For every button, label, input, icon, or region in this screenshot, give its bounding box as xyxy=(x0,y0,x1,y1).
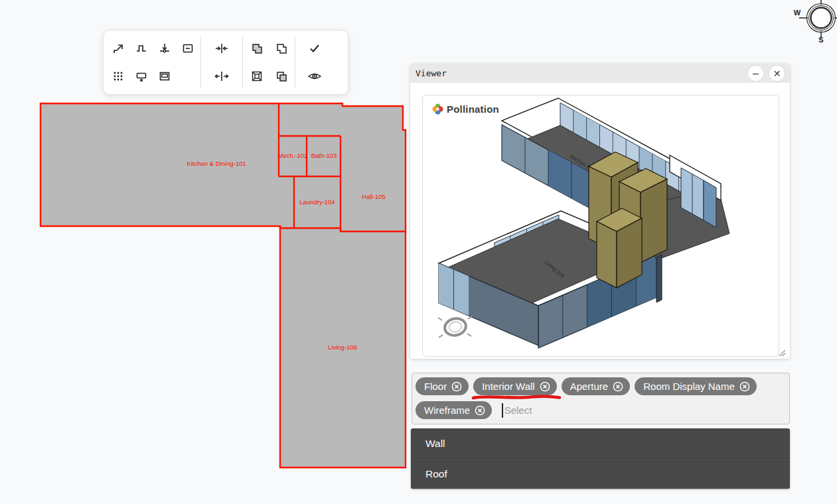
chip-floor[interactable]: Floor xyxy=(416,377,469,395)
window-frame-button[interactable] xyxy=(154,66,175,87)
compass-south-label: S xyxy=(818,36,823,44)
viewer-window: Viewer − ✕ Pollination xyxy=(410,64,790,359)
scene-compass-icon xyxy=(438,316,472,338)
union-outline-icon xyxy=(275,42,288,55)
snap-down-icon xyxy=(158,42,171,55)
pollination-logo-text: Pollination xyxy=(447,103,499,115)
chip-label: Interior Wall xyxy=(482,381,534,392)
viewer-3d-viewport[interactable]: Pollination xyxy=(422,95,779,357)
building-3d-scene: Kitchen & Dining-101 xyxy=(423,95,779,356)
step-line-icon xyxy=(135,42,148,55)
dot-grid-icon xyxy=(112,70,125,83)
toolbar-divider xyxy=(242,37,243,88)
text-caret xyxy=(502,403,503,418)
select-placeholder: Select xyxy=(504,405,532,416)
align-inward-button[interactable] xyxy=(211,38,232,59)
intersect-icon xyxy=(275,70,288,83)
chip-room-display-name[interactable]: Room Display Name xyxy=(635,377,757,395)
edit-toolbar xyxy=(103,30,348,95)
filter-select-input[interactable]: Select xyxy=(496,401,532,419)
layer-label: Roof xyxy=(425,468,447,480)
distribute-outward-button[interactable] xyxy=(211,66,232,87)
subtract-box-button[interactable] xyxy=(177,38,198,59)
layer-row-roof[interactable]: Roof xyxy=(411,458,790,489)
snap-down-button[interactable] xyxy=(154,38,175,59)
boolean-outline-button[interactable] xyxy=(271,38,292,59)
toolbar-divider xyxy=(295,37,295,88)
room-label-kitchen: Kitchen & Dining-101 xyxy=(187,160,246,167)
pollination-logo: Pollination xyxy=(432,103,499,115)
confirm-button[interactable] xyxy=(304,38,325,59)
merge-arrow-button[interactable] xyxy=(108,38,129,59)
viewer-titlebar[interactable]: Viewer − ✕ xyxy=(410,64,790,83)
frame-offset-icon xyxy=(250,70,264,83)
minimize-button[interactable]: − xyxy=(748,66,763,81)
close-button[interactable]: ✕ xyxy=(769,66,785,81)
window-frame-icon xyxy=(158,70,171,83)
room-label-hall: Hall-105 xyxy=(362,193,385,200)
union-filled-icon xyxy=(250,42,264,55)
chip-label: Room Display Name xyxy=(643,381,735,392)
dot-grid-button[interactable] xyxy=(108,66,129,87)
chip-remove-icon[interactable] xyxy=(739,381,750,392)
chip-label: Aperture xyxy=(570,381,609,392)
arrows-inward-icon xyxy=(214,42,229,55)
offset-frame-button[interactable] xyxy=(246,66,267,87)
north-arrow-compass: W S xyxy=(791,0,837,48)
room-label-living: Living-106 xyxy=(328,344,357,351)
merge-arrow-icon xyxy=(112,42,125,55)
chip-label: Floor xyxy=(424,381,447,392)
boolean-union-button[interactable] xyxy=(246,38,267,59)
viewer-title: Viewer xyxy=(416,68,742,78)
arrows-outward-icon xyxy=(214,70,229,83)
display-filter-panel: Floor Interior Wall Aperture Room Displa… xyxy=(412,373,790,424)
pollination-flower-icon xyxy=(432,103,443,115)
layer-label: Wall xyxy=(425,438,445,450)
box-x-icon xyxy=(135,70,148,83)
app-window: Kitchen & Dining-101 Mech.-102 Bath-103 … xyxy=(0,0,837,504)
delete-box-button[interactable] xyxy=(131,66,152,87)
preview-button[interactable] xyxy=(304,66,325,87)
chip-aperture[interactable]: Aperture xyxy=(562,377,631,395)
chip-wireframe[interactable]: Wireframe xyxy=(416,401,492,419)
plan-footprint xyxy=(40,103,406,468)
hall-door xyxy=(656,255,662,302)
check-icon xyxy=(308,42,321,55)
chip-label: Wireframe xyxy=(424,405,470,416)
layer-type-list: Wall Roof xyxy=(411,428,790,489)
room-label-mech: Mech.-102 xyxy=(278,152,308,159)
chip-interior-wall[interactable]: Interior Wall xyxy=(473,377,556,395)
layer-row-wall[interactable]: Wall xyxy=(411,428,790,458)
room-label-bath: Bath-103 xyxy=(311,152,337,159)
toolbar-divider xyxy=(200,37,201,88)
compass-west-label: W xyxy=(794,9,801,17)
chip-remove-icon[interactable] xyxy=(451,381,462,392)
room-label-laundry: Laundry-104 xyxy=(299,198,335,206)
minus-box-icon xyxy=(181,42,194,55)
boolean-intersect-button[interactable] xyxy=(271,66,292,87)
chip-remove-icon[interactable] xyxy=(475,405,485,416)
chip-remove-icon[interactable] xyxy=(613,381,623,392)
eye-icon xyxy=(307,70,322,83)
resize-handle[interactable] xyxy=(778,349,786,357)
rebuild-wall-button[interactable] xyxy=(131,38,152,59)
chip-remove-icon[interactable] xyxy=(540,381,550,392)
